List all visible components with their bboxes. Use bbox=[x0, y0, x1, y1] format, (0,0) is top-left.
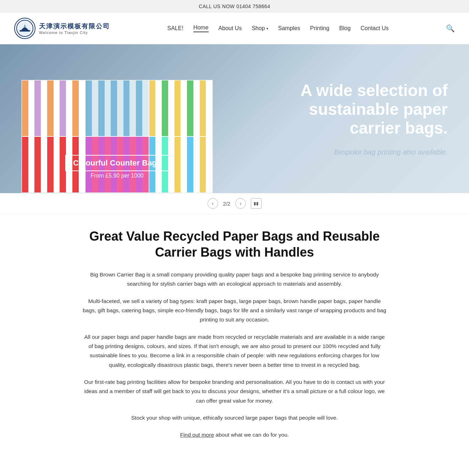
find-out-para: Find out more about what we can do for y… bbox=[82, 430, 387, 439]
slider-controls: ‹ 2/2 › ▮▮ bbox=[0, 193, 469, 214]
bag-cell-3 bbox=[149, 80, 213, 136]
nav-sale[interactable]: SALE! bbox=[167, 25, 183, 32]
hero-left: Colourful Counter Bags From £5.90 per 10… bbox=[0, 44, 258, 193]
logo-subtitle: Welcome to Tianjin City bbox=[39, 30, 110, 35]
bag-cell-2 bbox=[85, 80, 149, 136]
find-out-link[interactable]: Find out more bbox=[180, 432, 214, 438]
nav-blog[interactable]: Blog bbox=[339, 25, 351, 32]
logo-chinese: 天津演示模板有限公司 bbox=[39, 22, 110, 30]
prev-icon: ‹ bbox=[212, 201, 214, 206]
main-content: Great Value Recycled Paper Bags and Reus… bbox=[75, 214, 394, 469]
main-para-3: All our paper bags and paper handle bags… bbox=[82, 332, 387, 370]
nav-samples[interactable]: Samples bbox=[278, 25, 300, 32]
next-icon: › bbox=[240, 201, 242, 206]
nav-shop[interactable]: Shop ▾ bbox=[252, 25, 268, 32]
find-out-suffix: about what we can do for you. bbox=[214, 432, 289, 438]
search-icon: 🔍 bbox=[446, 24, 455, 32]
bag-image-1 bbox=[22, 80, 85, 136]
main-para-4: Our first-rate bag printing facilities a… bbox=[82, 377, 387, 405]
caption-subtitle: From £5.90 per 1000 bbox=[21, 173, 213, 179]
pause-icon: ▮▮ bbox=[254, 201, 259, 206]
slider-counter: 2/2 bbox=[223, 201, 231, 207]
main-para-5: Stock your shop with unique, ethically s… bbox=[82, 413, 387, 422]
bag-image-3 bbox=[149, 80, 212, 136]
header: 天津演示模板有限公司 Welcome to Tianjin City SALE!… bbox=[0, 13, 469, 44]
slider-prev-button[interactable]: ‹ bbox=[208, 198, 218, 209]
slider-pause-button[interactable]: ▮▮ bbox=[251, 198, 261, 209]
logo-area: 天津演示模板有限公司 Welcome to Tianjin City bbox=[14, 18, 110, 39]
main-para-1: Big Brown Carrier Bag is a small company… bbox=[82, 270, 387, 289]
logo-text: 天津演示模板有限公司 Welcome to Tianjin City bbox=[39, 22, 110, 35]
logo-icon bbox=[14, 18, 35, 39]
chevron-down-icon: ▾ bbox=[266, 27, 268, 30]
top-bar: CALL US NOW 01404 758664 bbox=[0, 0, 469, 13]
nav-about[interactable]: About Us bbox=[219, 25, 242, 32]
nav-printing[interactable]: Printing bbox=[310, 25, 329, 32]
hero-right: A wide selection of sustainable paper ca… bbox=[258, 44, 469, 193]
hero-caption: Colourful Counter Bags From £5.90 per 10… bbox=[21, 155, 213, 179]
hero-headline: A wide selection of sustainable paper ca… bbox=[265, 81, 448, 138]
hero-subline: Bespoke bag printing also available. bbox=[265, 148, 448, 156]
slider-next-button[interactable]: › bbox=[235, 198, 246, 209]
main-nav: SALE! Home About Us Shop ▾ Samples Print… bbox=[167, 24, 389, 32]
hero-section: Colourful Counter Bags From £5.90 per 10… bbox=[0, 44, 469, 193]
caption-title-box: Colourful Counter Bags bbox=[65, 155, 169, 171]
nav-contact[interactable]: Contact Us bbox=[360, 25, 388, 32]
top-bar-text: CALL US NOW 01404 758664 bbox=[199, 4, 270, 9]
main-title: Great Value Recycled Paper Bags and Reus… bbox=[82, 228, 387, 260]
bag-image-2 bbox=[85, 80, 148, 136]
main-para-2: Multi-faceted, we sell a variety of bag … bbox=[82, 297, 387, 325]
nav-home[interactable]: Home bbox=[193, 24, 209, 32]
search-button[interactable]: 🔍 bbox=[446, 24, 455, 33]
bag-cell-1 bbox=[22, 80, 85, 136]
svg-rect-3 bbox=[20, 30, 30, 32]
caption-title: Colourful Counter Bags bbox=[73, 158, 161, 167]
